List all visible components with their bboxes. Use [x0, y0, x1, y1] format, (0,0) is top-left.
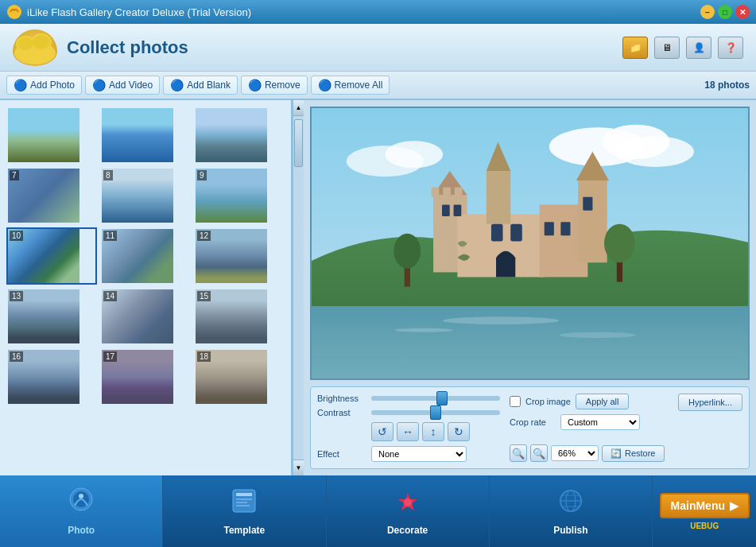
nav-item-template[interactable]: Template	[163, 475, 326, 547]
close-button[interactable]: ✕	[735, 5, 750, 19]
svg-rect-14	[432, 188, 440, 197]
publish-nav-icon	[555, 487, 587, 522]
contrast-slider[interactable]	[371, 410, 500, 415]
add-photo-icon: 🔵	[14, 79, 27, 91]
remove-button[interactable]: 🔵 Remove	[241, 76, 308, 95]
apply-all-button[interactable]: Apply all	[576, 394, 630, 409]
decorate-nav-icon	[392, 487, 424, 522]
brightness-thumb[interactable]	[436, 391, 448, 405]
brightness-label: Brightness	[317, 394, 365, 403]
main-menu-label: MainMenu	[671, 499, 725, 512]
svg-point-9	[617, 136, 694, 167]
thumbnail-item[interactable]: 12	[194, 227, 285, 285]
thumb-number: 9	[197, 170, 207, 180]
svg-point-40	[79, 494, 83, 499]
flip-vertical-icon[interactable]: ↕	[422, 422, 444, 441]
svg-rect-18	[487, 171, 510, 224]
title-bar: iLike Flash Gallery Creator Deluxe (Tria…	[0, 0, 756, 24]
scroll-down-button[interactable]: ▼	[293, 460, 304, 475]
thumbnail-item[interactable]: 15	[194, 288, 285, 345]
svg-rect-21	[578, 180, 607, 262]
thumbnail-item[interactable]: 14	[100, 288, 191, 345]
add-photo-button[interactable]: 🔵 Add Photo	[6, 76, 82, 95]
hyperlink-button[interactable]: Hyperlink...	[678, 394, 742, 411]
thumbnail-item[interactable]: 16	[6, 348, 97, 405]
add-video-button[interactable]: 🔵 Add Video	[85, 76, 160, 95]
crop-rate-select[interactable]: Custom 4:3 16:9 1:1	[560, 414, 640, 430]
contrast-thumb[interactable]	[430, 405, 441, 420]
svg-point-0	[7, 5, 21, 19]
svg-point-33	[604, 224, 635, 263]
effect-label: Effect	[317, 449, 365, 459]
svg-rect-45	[236, 505, 250, 506]
crop-image-row: Crop image Apply all	[510, 394, 669, 409]
restore-button[interactable]: 🔄 Restore	[602, 445, 665, 462]
svg-rect-29	[454, 204, 462, 216]
thumbnail-item[interactable]: 9	[194, 167, 285, 224]
maximize-button[interactable]: □	[718, 5, 732, 19]
rotate-right-icon[interactable]: ↻	[448, 422, 470, 441]
folder-icon[interactable]: 📁	[622, 37, 648, 59]
user-icon[interactable]: 👤	[686, 37, 711, 59]
thumbnail-item[interactable]	[194, 107, 285, 164]
zoom-row: 🔍 🔍 25% 50% 66% 75% 100% 🔄 Restore	[510, 444, 669, 462]
effect-row: Effect None Sepia Grayscale	[317, 446, 500, 462]
remove-icon: 🔵	[248, 79, 262, 91]
thumbnail-item[interactable]: 7	[6, 167, 97, 224]
brightness-slider[interactable]	[371, 396, 500, 401]
svg-point-5	[33, 35, 50, 49]
thumbnail-item-selected[interactable]: 10	[6, 227, 97, 285]
zoom-select[interactable]: 25% 50% 66% 75% 100%	[551, 445, 599, 461]
thumb-image	[8, 108, 79, 162]
app-icon	[6, 4, 22, 20]
nav-item-publish[interactable]: Publish	[490, 475, 653, 547]
photo-nav-icon	[65, 487, 97, 522]
remove-all-button[interactable]: 🔵 Remove All	[311, 76, 390, 95]
scroll-thumb[interactable]	[294, 119, 303, 167]
thumb-number: 18	[197, 351, 211, 362]
add-blank-button[interactable]: 🔵 Add Blank	[163, 76, 238, 95]
thumb-number: 14	[103, 291, 117, 301]
scroll-up-button[interactable]: ▲	[293, 100, 304, 116]
thumbnail-item[interactable]	[6, 107, 97, 164]
svg-rect-42	[236, 493, 252, 496]
thumbnail-item[interactable]: 11	[100, 227, 191, 285]
nav-item-photo[interactable]: Photo	[0, 475, 163, 547]
thumbnail-panel: 7 8 9 10 11 12	[0, 100, 293, 475]
thumbnail-item[interactable]	[100, 107, 191, 164]
thumb-number: 17	[103, 351, 117, 362]
toolbar: 🔵 Add Photo 🔵 Add Video 🔵 Add Blank 🔵 Re…	[0, 72, 756, 100]
app-title: iLike Flash Gallery Creator Deluxe (Tria…	[27, 6, 700, 18]
window-controls: − □ ✕	[700, 5, 750, 19]
contrast-label: Contrast	[317, 408, 365, 417]
photo-nav-label: Photo	[68, 525, 95, 536]
flip-horizontal-icon[interactable]: ↔	[397, 422, 419, 441]
right-panel: Brightness Contrast ↺ ↔ ↕ ↻	[304, 100, 756, 475]
effect-select[interactable]: None Sepia Grayscale	[371, 446, 467, 462]
thumbnail-item[interactable]: 8	[100, 167, 191, 224]
thumb-image	[196, 108, 267, 162]
svg-rect-28	[442, 204, 450, 216]
controls-area: Brightness Contrast ↺ ↔ ↕ ↻	[310, 386, 750, 469]
zoom-out-icon[interactable]: 🔍	[510, 444, 527, 462]
nav-item-decorate[interactable]: Decorate	[327, 475, 490, 547]
help-icon[interactable]: ❓	[718, 37, 743, 59]
crop-zoom-controls: Crop image Apply all Crop rate Custom 4:…	[510, 394, 669, 462]
monitor-icon[interactable]: 🖥	[654, 37, 680, 59]
scrollbar[interactable]: ▲ ▼	[293, 100, 304, 475]
template-nav-icon	[228, 487, 260, 522]
thumbnail-item[interactable]: 17	[100, 348, 191, 405]
svg-point-11	[385, 141, 443, 168]
restore-icon: 🔄	[611, 448, 622, 459]
minimize-button[interactable]: −	[700, 5, 715, 19]
main-menu-button[interactable]: MainMenu ▶	[660, 493, 750, 518]
rotate-left-icon[interactable]: ↺	[371, 422, 394, 441]
svg-rect-43	[236, 499, 252, 500]
thumbnail-item[interactable]: 18	[194, 348, 285, 405]
thumbnail-item[interactable]: 13	[6, 288, 97, 345]
crop-rate-label: Crop rate	[510, 417, 556, 427]
zoom-in-icon[interactable]: 🔍	[530, 444, 548, 462]
svg-point-36	[559, 332, 636, 338]
main-content: 7 8 9 10 11 12	[0, 100, 756, 475]
crop-image-checkbox[interactable]	[510, 396, 521, 407]
